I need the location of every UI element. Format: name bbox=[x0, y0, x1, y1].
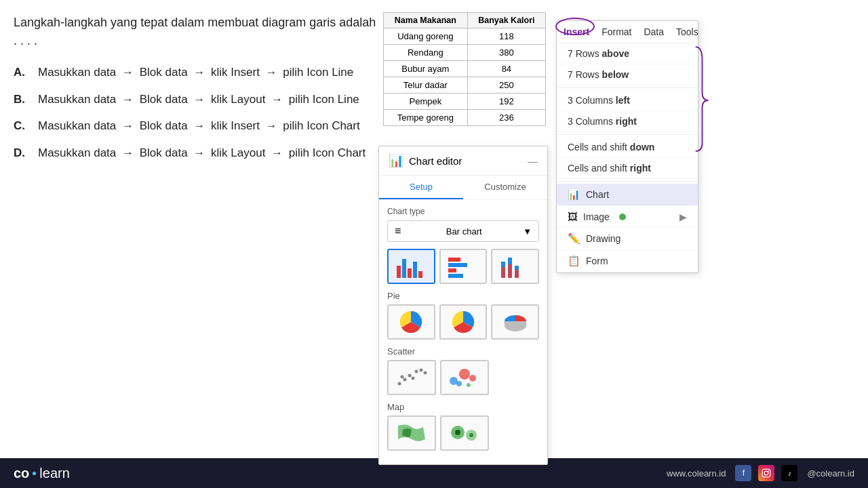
svg-point-21 bbox=[403, 378, 407, 382]
chart-editor-icon: 📊 bbox=[389, 153, 403, 168]
menu-form[interactable]: 📋 Form bbox=[557, 250, 698, 272]
footer-logo-dot bbox=[33, 472, 36, 475]
chart-type-dropdown[interactable]: ≡ Bar chart ▼ bbox=[387, 220, 539, 242]
svg-rect-10 bbox=[501, 267, 505, 278]
tab-setup[interactable]: Setup bbox=[379, 176, 463, 199]
pie-icon-3[interactable] bbox=[491, 304, 539, 340]
facebook-icon[interactable]: f bbox=[735, 465, 751, 481]
map-icons-row bbox=[387, 415, 539, 451]
svg-point-39 bbox=[768, 470, 770, 472]
bar-chart-icon-3[interactable] bbox=[491, 249, 539, 284]
menu-chart[interactable]: 📊 Chart bbox=[557, 184, 698, 206]
menu-tools[interactable]: Tools bbox=[676, 26, 698, 37]
map-section-label: Map bbox=[387, 402, 539, 412]
option-c-label: C. bbox=[14, 117, 30, 135]
footer-logo: co learn bbox=[14, 466, 70, 481]
pie-icon-2[interactable] bbox=[439, 304, 488, 340]
table-cell-food: Rendang bbox=[384, 45, 468, 61]
svg-rect-5 bbox=[448, 258, 460, 262]
insert-menu[interactable]: Insert Format Data Tools 7 Rows above 7 … bbox=[556, 20, 698, 273]
table-cell-calories: 250 bbox=[467, 77, 545, 94]
menu-drawing[interactable]: ✏️ Drawing bbox=[557, 228, 698, 250]
menu-rows-above[interactable]: 7 Rows above bbox=[557, 43, 698, 64]
option-d: D. Masukkan data → Blok data → klik Layo… bbox=[14, 144, 380, 162]
chart-type-value: Bar chart bbox=[446, 226, 482, 237]
image-icon: 🖼 bbox=[568, 211, 578, 222]
option-c: C. Masukkan data → Blok data → klik Inse… bbox=[14, 117, 380, 135]
menu-columns-right[interactable]: 3 Columns right bbox=[557, 111, 698, 132]
svg-point-34 bbox=[455, 430, 460, 435]
chart-editor-close[interactable]: — bbox=[528, 155, 538, 167]
menu-insert[interactable]: Insert bbox=[564, 26, 589, 37]
svg-rect-0 bbox=[397, 266, 401, 278]
svg-point-31 bbox=[469, 375, 476, 382]
svg-point-32 bbox=[467, 383, 471, 387]
svg-point-23 bbox=[408, 374, 412, 378]
menu-cells-shift-right-text: Cells and shift right bbox=[568, 163, 651, 174]
table-row: Bubur ayam84 bbox=[384, 61, 546, 77]
chart-type-label: Chart type bbox=[387, 207, 539, 216]
menu-rows-above-text: 7 Rows above bbox=[568, 48, 629, 59]
menu-drawing-label: Drawing bbox=[586, 233, 620, 244]
svg-rect-14 bbox=[515, 270, 519, 278]
bar-chart-icon-2[interactable] bbox=[439, 249, 488, 284]
map-icon-1[interactable] bbox=[387, 415, 436, 451]
table-cell-calories: 380 bbox=[467, 45, 545, 61]
pie-icon-1[interactable] bbox=[387, 304, 435, 340]
footer-handle: @colearn.id bbox=[807, 468, 854, 479]
scatter-icons-row bbox=[387, 360, 539, 395]
table-cell-food: Tempe goreng bbox=[384, 110, 468, 126]
svg-point-25 bbox=[415, 370, 418, 373]
data-table: Nama Makanan Banyak Kalori Udang goreng1… bbox=[383, 12, 546, 126]
footer-right: www.colearn.id f ♪ @colearn.id bbox=[667, 465, 854, 481]
pie-section-label: Pie bbox=[387, 291, 539, 301]
table-cell-food: Pempek bbox=[384, 94, 468, 110]
menu-cells-shift-down[interactable]: Cells and shift down bbox=[557, 137, 698, 158]
menu-divider-2 bbox=[557, 134, 698, 135]
bar-chart-icons-row bbox=[387, 249, 539, 284]
menu-cells-shift-down-text: Cells and shift down bbox=[568, 142, 654, 152]
menu-rows-below[interactable]: 7 Rows below bbox=[557, 64, 698, 85]
svg-point-26 bbox=[420, 369, 423, 372]
menu-data[interactable]: Data bbox=[644, 26, 664, 37]
svg-point-38 bbox=[765, 471, 769, 475]
chart-editor-header: 📊 Chart editor — bbox=[379, 146, 547, 176]
table-header-food: Nama Makanan bbox=[384, 13, 468, 28]
chart-type-icon: ≡ bbox=[395, 225, 401, 237]
menu-cells-shift-right[interactable]: Cells and shift right bbox=[557, 158, 698, 179]
svg-point-24 bbox=[412, 377, 415, 380]
table-cell-food: Telur dadar bbox=[384, 77, 468, 94]
menu-image-label: Image bbox=[583, 211, 610, 222]
option-a-text: Masukkan data → Blok data → klik Insert … bbox=[38, 64, 380, 81]
scatter-icon-2[interactable] bbox=[440, 360, 489, 395]
table-cell-calories: 118 bbox=[467, 28, 545, 45]
option-c-text: Masukkan data → Blok data → klik Insert … bbox=[38, 117, 380, 135]
menu-divider-3 bbox=[557, 181, 698, 182]
svg-point-29 bbox=[459, 369, 470, 380]
instagram-icon[interactable] bbox=[758, 465, 774, 481]
table-cell-calories: 236 bbox=[467, 110, 545, 126]
option-d-text: Masukkan data → Blok data → klik Layout … bbox=[38, 144, 380, 162]
svg-rect-8 bbox=[448, 274, 463, 278]
question-area: Langkah-langkah yang tepat dalam membuat… bbox=[14, 14, 380, 171]
svg-rect-37 bbox=[763, 469, 771, 477]
table-row: Rendang380 bbox=[384, 45, 546, 61]
menu-columns-left[interactable]: 3 Columns left bbox=[557, 90, 698, 111]
tiktok-icon[interactable]: ♪ bbox=[781, 465, 797, 481]
menu-form-label: Form bbox=[586, 256, 608, 266]
data-table-container: Nama Makanan Banyak Kalori Udang goreng1… bbox=[383, 12, 546, 126]
option-a: A. Masukkan data → Blok data → klik Inse… bbox=[14, 64, 380, 81]
svg-rect-3 bbox=[413, 262, 417, 278]
chart-icon: 📊 bbox=[568, 188, 580, 201]
menu-image[interactable]: 🖼 Image ▶ bbox=[557, 206, 698, 228]
table-cell-calories: 192 bbox=[467, 94, 545, 110]
bar-chart-icon-1[interactable] bbox=[387, 249, 435, 284]
chart-editor[interactable]: 📊 Chart editor — Setup Customize Chart t… bbox=[378, 146, 548, 465]
scatter-icon-1[interactable] bbox=[387, 360, 436, 395]
footer-logo-co: co bbox=[14, 466, 29, 481]
drawing-icon: ✏️ bbox=[568, 232, 580, 245]
chart-editor-body: Chart type ≡ Bar chart ▼ bbox=[379, 200, 547, 464]
menu-format[interactable]: Format bbox=[601, 26, 631, 37]
map-icon-2[interactable] bbox=[440, 415, 489, 451]
tab-customize[interactable]: Customize bbox=[463, 176, 547, 199]
